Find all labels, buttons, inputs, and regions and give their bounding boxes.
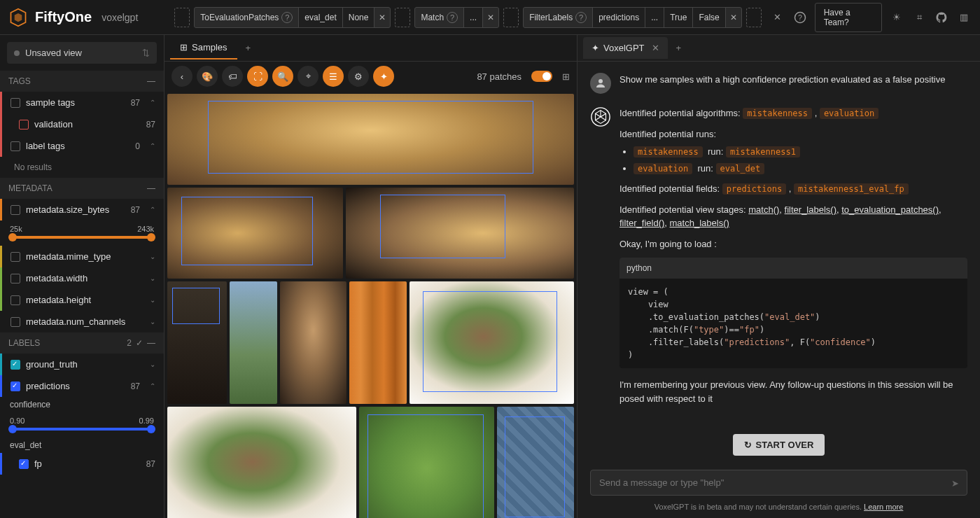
docs-icon[interactable]: ▥ <box>956 9 972 26</box>
checkbox[interactable] <box>19 459 29 469</box>
theme-icon[interactable]: ☀ <box>889 9 904 26</box>
back-button[interactable]: ‹ <box>172 66 192 87</box>
checkbox[interactable] <box>10 274 20 284</box>
help-icon[interactable]: ? <box>447 12 458 23</box>
sample-thumb[interactable] <box>359 407 494 518</box>
slider-thumb[interactable] <box>8 233 17 241</box>
close-icon[interactable]: ✕ <box>770 9 785 26</box>
code-body[interactable]: view = ( view .to_evaluation_patches("ev… <box>620 279 967 368</box>
help-icon[interactable]: ? <box>575 12 587 23</box>
stage-param[interactable]: ... <box>464 8 483 27</box>
have-a-team-button[interactable]: Have a Team? <box>815 3 883 32</box>
crop-icon[interactable]: ⛶ <box>247 66 268 87</box>
logo-icon <box>8 8 28 27</box>
sidebar-item-width[interactable]: metadata.width ⌄ <box>0 267 164 289</box>
slider-thumb[interactable] <box>8 425 17 433</box>
section-header-metadata[interactable]: METADATA— <box>0 178 164 199</box>
tab-voxelgpt[interactable]: ✦ VoxelGPT ✕ <box>583 37 668 59</box>
sample-thumb[interactable] <box>167 188 343 279</box>
send-icon[interactable]: ➤ <box>951 477 959 488</box>
message-body: Identified potential algorithms: mistake… <box>620 106 967 405</box>
tag-icon[interactable]: 🏷 <box>222 66 243 87</box>
sample-thumb[interactable] <box>497 407 574 518</box>
list-icon[interactable]: ☰ <box>323 66 344 87</box>
sample-thumb[interactable] <box>349 281 407 404</box>
sidebar-item-size-bytes[interactable]: metadata.size_bytes 87 ⌃ <box>0 199 164 220</box>
help-icon[interactable]: ? <box>792 9 808 26</box>
checkbox[interactable] <box>10 98 20 108</box>
add-tab-button[interactable]: + <box>672 38 686 57</box>
close-icon[interactable]: ✕ <box>483 8 498 27</box>
view-selector[interactable]: Unsaved view ⇅ <box>7 42 157 64</box>
stage-param[interactable]: eval_det <box>299 8 342 27</box>
gear-icon[interactable]: ⚙ <box>348 66 369 87</box>
sidebar-item-predictions[interactable]: predictions 87 ⌃ <box>0 375 164 397</box>
stage-link[interactable]: filter_labels() <box>785 204 836 215</box>
close-icon[interactable]: ✕ <box>374 8 390 27</box>
sidebar-item-height[interactable]: metadata.height ⌄ <box>0 289 164 311</box>
sample-thumb[interactable] <box>167 94 574 185</box>
section-header-labels[interactable]: LABELS 2 ✓ — <box>0 332 164 354</box>
chat-input[interactable] <box>590 470 967 496</box>
confidence-slider[interactable]: 0.900.99 <box>0 412 164 438</box>
add-stage-slot[interactable] <box>174 8 190 27</box>
sidebar-item-sample-tags[interactable]: sample tags 87 ⌃ <box>0 92 164 113</box>
stage-param[interactable]: True <box>664 8 693 27</box>
stage-param[interactable]: predictions <box>593 8 645 27</box>
checkbox[interactable] <box>10 360 20 370</box>
stage-link[interactable]: to_evaluation_patches() <box>841 204 939 215</box>
add-stage-slot[interactable] <box>395 8 410 27</box>
palette-icon[interactable]: 🎨 <box>197 66 218 87</box>
github-icon[interactable] <box>934 9 949 26</box>
sidebar-item-num-channels[interactable]: metadata.num_channels ⌄ <box>0 311 164 332</box>
slider-thumb[interactable] <box>147 233 155 241</box>
sidebar-item-ground-truth[interactable]: ground_truth ⌄ <box>0 354 164 375</box>
checkbox[interactable] <box>10 205 20 215</box>
sample-thumb[interactable] <box>167 407 356 518</box>
checkbox[interactable] <box>10 382 20 391</box>
close-icon[interactable]: ✕ <box>652 43 659 53</box>
help-icon[interactable]: ? <box>281 12 293 23</box>
search-icon[interactable]: 🔍 <box>272 66 293 87</box>
section-header-tags[interactable]: TAGS— <box>0 71 164 92</box>
sample-thumb[interactable] <box>280 281 346 404</box>
stage-param[interactable]: ... <box>645 8 664 27</box>
close-icon[interactable]: ✕ <box>726 8 741 27</box>
sidebar-item-mime-type[interactable]: metadata.mime_type ⌄ <box>0 246 164 267</box>
slider-thumb[interactable] <box>147 425 155 433</box>
checkbox[interactable] <box>10 141 20 151</box>
sample-thumb[interactable] <box>346 188 574 279</box>
sidebar-item-label-tags[interactable]: label tags 0 ⌃ <box>0 135 164 157</box>
stage-param[interactable]: None <box>343 8 375 27</box>
start-over-button[interactable]: ↻ START OVER <box>733 434 825 456</box>
stage-param[interactable]: False <box>693 8 725 27</box>
stage-link[interactable]: match() <box>748 204 779 215</box>
checkbox[interactable] <box>10 252 20 262</box>
add-tab-button[interactable]: + <box>241 38 255 57</box>
stage-link[interactable]: match_labels() <box>670 218 729 228</box>
right-panel-tabs: ✦ VoxelGPT ✕ + <box>578 35 980 62</box>
sidebar-subitem-validation[interactable]: validation 87 <box>0 113 164 135</box>
tab-samples[interactable]: ⊞ Samples <box>170 36 237 59</box>
grid-layout-icon[interactable]: ⊞ <box>562 71 570 82</box>
sample-thumb[interactable] <box>410 281 574 404</box>
sidebar-subitem-fp[interactable]: fp 87 <box>0 453 164 475</box>
add-stage-slot[interactable] <box>503 8 519 27</box>
slack-icon[interactable]: ⌗ <box>911 9 927 26</box>
beta-note: VoxelGPT is in beta and may not understa… <box>578 500 980 518</box>
checkbox[interactable] <box>19 120 29 130</box>
person-icon[interactable]: ⌖ <box>298 66 318 87</box>
checkbox[interactable] <box>10 295 20 305</box>
sample-thumb[interactable] <box>230 281 277 404</box>
stage-match[interactable]: Match? ... ✕ <box>414 7 499 28</box>
sample-thumb[interactable] <box>167 281 227 404</box>
add-stage-slot[interactable] <box>746 8 762 27</box>
ai-icon[interactable]: ✦ <box>373 66 394 87</box>
stage-to-evaluation-patches[interactable]: ToEvaluationPatches? eval_det None ✕ <box>194 7 391 28</box>
checkbox[interactable] <box>10 317 20 327</box>
learn-more-link[interactable]: Learn more <box>864 503 903 511</box>
stage-filter-labels[interactable]: FilterLabels? predictions ... True False… <box>523 7 742 28</box>
size-bytes-slider[interactable]: 25k243k <box>0 220 164 246</box>
stage-link[interactable]: filter_field() <box>620 218 664 228</box>
toggle[interactable] <box>531 71 552 82</box>
